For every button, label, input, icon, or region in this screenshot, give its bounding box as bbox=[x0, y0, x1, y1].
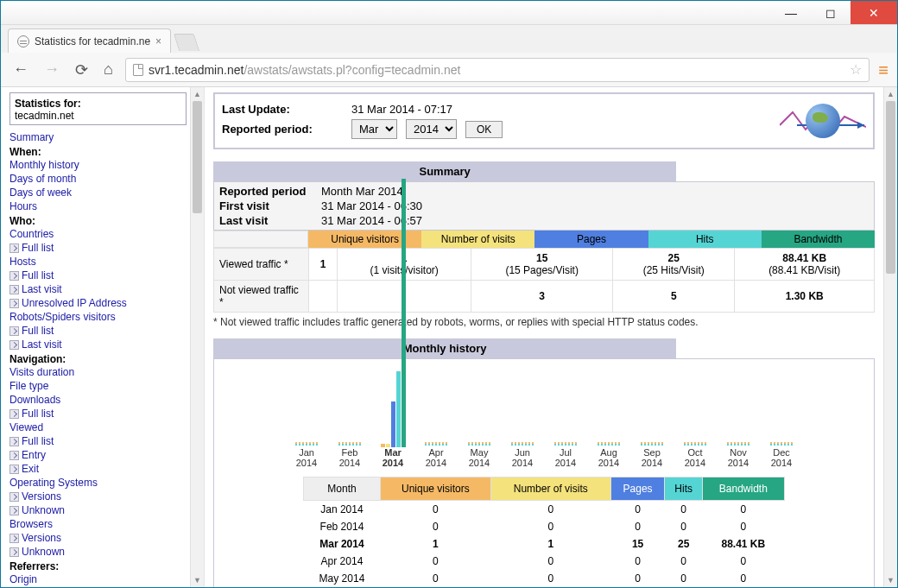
nav-referring-se[interactable]: Referring search engines bbox=[9, 586, 187, 587]
month-select[interactable]: Mar bbox=[351, 119, 397, 139]
nav-viewed[interactable]: Viewed bbox=[9, 420, 187, 434]
sidebar-scrollbar[interactable]: ▲ ▼ bbox=[190, 87, 204, 587]
svg-marker-1 bbox=[857, 122, 864, 129]
nav-file-type[interactable]: File type bbox=[9, 379, 187, 393]
url-path: /awstats/awstats.pl?config=tecadmin.net bbox=[243, 63, 460, 77]
main-scroll-down-icon[interactable]: ▼ bbox=[884, 573, 897, 587]
nav-os[interactable]: Operating Systems bbox=[9, 476, 187, 490]
forward-button[interactable]: → bbox=[41, 59, 63, 80]
viewed-uv: 1 bbox=[320, 258, 326, 270]
awstats-logo bbox=[780, 99, 866, 142]
tab-title: Statistics for tecadmin.ne bbox=[35, 35, 150, 47]
table-row: Mar 201411152588.41 KB bbox=[304, 535, 785, 553]
nav-when-header: When: bbox=[9, 146, 187, 158]
viewed-pages: 15 bbox=[536, 252, 547, 264]
summary-title: Summary bbox=[213, 161, 676, 181]
nav-hours[interactable]: Hours bbox=[9, 199, 187, 213]
nav-downloads-full[interactable]: Full list bbox=[9, 407, 187, 420]
monthly-title: Monthly history bbox=[213, 338, 676, 358]
scroll-up-icon[interactable]: ▲ bbox=[191, 87, 204, 101]
nav-robots-last[interactable]: Last visit bbox=[9, 338, 187, 351]
address-bar[interactable]: svr1.tecadmin.net/awstats/awstats.pl?con… bbox=[125, 58, 870, 82]
menu-icon[interactable]: ≡ bbox=[878, 64, 889, 76]
col-visits: Number of visits bbox=[490, 477, 610, 501]
bookmark-star-icon[interactable]: ☆ bbox=[850, 61, 862, 78]
table-row: Apr 201400000 bbox=[304, 553, 785, 570]
new-tab-button[interactable] bbox=[174, 34, 199, 51]
nav-downloads[interactable]: Downloads bbox=[9, 393, 187, 407]
browser-window: — ◻ ✕ Statistics for tecadmin.ne × ← → ⟳… bbox=[0, 0, 898, 588]
ok-button[interactable]: OK bbox=[465, 121, 503, 138]
summary-last-label: Last visit bbox=[219, 213, 314, 228]
url-host: svr1.tecadmin.net bbox=[149, 63, 244, 77]
chart-month-oct: Oct2014 bbox=[682, 370, 708, 468]
col-hits: Hits bbox=[665, 477, 702, 501]
summary-first-value: 31 Mar 2014 - 06:30 bbox=[321, 199, 422, 213]
main-container: Last Update: 31 Mar 2014 - 07:17 Reporte… bbox=[205, 87, 897, 587]
toolbar: ← → ⟳ ⌂ svr1.tecadmin.net/awstats/awstat… bbox=[1, 53, 897, 87]
scroll-down-icon[interactable]: ▼ bbox=[191, 573, 204, 587]
traffic-table: Viewed traffic * 1 1(1 visits/visitor) 1… bbox=[213, 248, 875, 313]
tab-favicon-icon bbox=[17, 35, 29, 47]
nav-visits-duration[interactable]: Visits duration bbox=[9, 365, 187, 379]
nav-hosts-last[interactable]: Last visit bbox=[9, 282, 187, 296]
nav-hosts-unresolved[interactable]: Unresolved IP Address bbox=[9, 296, 187, 310]
main-scrollbar[interactable]: ▲ ▼ bbox=[883, 87, 897, 587]
url-text: svr1.tecadmin.net/awstats/awstats.pl?con… bbox=[149, 63, 460, 77]
stats-for-box: Statistics for: tecadmin.net bbox=[9, 92, 187, 125]
nav-os-versions[interactable]: Versions bbox=[9, 490, 187, 503]
close-button[interactable]: ✕ bbox=[851, 1, 897, 24]
nav-countries-full[interactable]: Full list bbox=[9, 241, 187, 255]
sidebar-scroll-thumb[interactable] bbox=[193, 101, 202, 213]
summary-last-value: 31 Mar 2014 - 06:57 bbox=[321, 213, 422, 228]
chart-month-mar: Mar2014 bbox=[380, 370, 406, 468]
page-icon bbox=[133, 64, 143, 76]
nav-days-of-week[interactable]: Days of week bbox=[9, 186, 187, 199]
chart-month-dec: Dec2014 bbox=[768, 370, 794, 468]
nav-days-of-month[interactable]: Days of month bbox=[9, 172, 187, 186]
nav-viewed-full[interactable]: Full list bbox=[9, 434, 187, 448]
nav-origin[interactable]: Origin bbox=[9, 572, 187, 586]
tab-close-icon[interactable]: × bbox=[155, 35, 161, 47]
main-scroll-up-icon[interactable]: ▲ bbox=[884, 87, 897, 101]
nav-hosts-full[interactable]: Full list bbox=[9, 269, 187, 282]
nav-summary[interactable]: Summary bbox=[9, 130, 187, 144]
nav-browsers[interactable]: Browsers bbox=[9, 517, 187, 531]
back-button[interactable]: ← bbox=[9, 59, 32, 80]
viewed-label: Viewed traffic * bbox=[214, 249, 309, 281]
viewed-pages-sub: (15 Pages/Visit) bbox=[505, 264, 579, 276]
nav-hosts[interactable]: Hosts bbox=[9, 255, 187, 269]
reload-button[interactable]: ⟳ bbox=[72, 59, 92, 81]
chart-month-jul: Jul2014 bbox=[553, 370, 579, 468]
nav-robots-full[interactable]: Full list bbox=[9, 324, 187, 338]
home-button[interactable]: ⌂ bbox=[100, 59, 117, 80]
monthly-panel: Jan2014Feb2014Mar2014Apr2014May2014Jun20… bbox=[213, 358, 875, 587]
browser-tab[interactable]: Statistics for tecadmin.ne × bbox=[8, 28, 171, 53]
col-uv: Unique visitors bbox=[380, 477, 490, 501]
nav-browsers-versions[interactable]: Versions bbox=[9, 531, 187, 545]
nav-countries[interactable]: Countries bbox=[9, 227, 187, 241]
last-update-label: Last Update: bbox=[222, 103, 343, 116]
notviewed-bw: 1.30 KB bbox=[786, 290, 824, 302]
year-select[interactable]: 2014 bbox=[406, 119, 457, 139]
nav-browsers-unknown[interactable]: Unknown bbox=[9, 545, 187, 559]
metric-bw: Bandwidth bbox=[762, 231, 875, 248]
viewed-traffic-row: Viewed traffic * 1 1(1 visits/visitor) 1… bbox=[214, 249, 875, 281]
maximize-button[interactable]: ◻ bbox=[811, 1, 851, 24]
monthly-chart: Jan2014Feb2014Mar2014Apr2014May2014Jun20… bbox=[214, 364, 874, 468]
table-row: Jan 201400000 bbox=[304, 501, 785, 519]
stats-for-label: Statistics for: bbox=[15, 98, 181, 110]
nav-viewed-exit[interactable]: Exit bbox=[9, 462, 187, 476]
table-row: May 201400000 bbox=[304, 570, 785, 587]
notviewed-label: Not viewed traffic * bbox=[214, 281, 309, 313]
col-bw: Bandwidth bbox=[702, 477, 784, 501]
minimize-button[interactable]: — bbox=[771, 1, 811, 24]
main-scroll-thumb[interactable] bbox=[886, 101, 895, 274]
nav-robots[interactable]: Robots/Spiders visitors bbox=[9, 310, 187, 324]
nav-viewed-entry[interactable]: Entry bbox=[9, 448, 187, 462]
nav-monthly-history[interactable]: Monthly history bbox=[9, 158, 187, 172]
chart-month-apr: Apr2014 bbox=[423, 370, 449, 468]
notviewed-traffic-row: Not viewed traffic * 3 5 1.30 KB bbox=[214, 281, 875, 313]
nav-os-unknown[interactable]: Unknown bbox=[9, 503, 187, 517]
metric-hits: Hits bbox=[648, 231, 762, 248]
